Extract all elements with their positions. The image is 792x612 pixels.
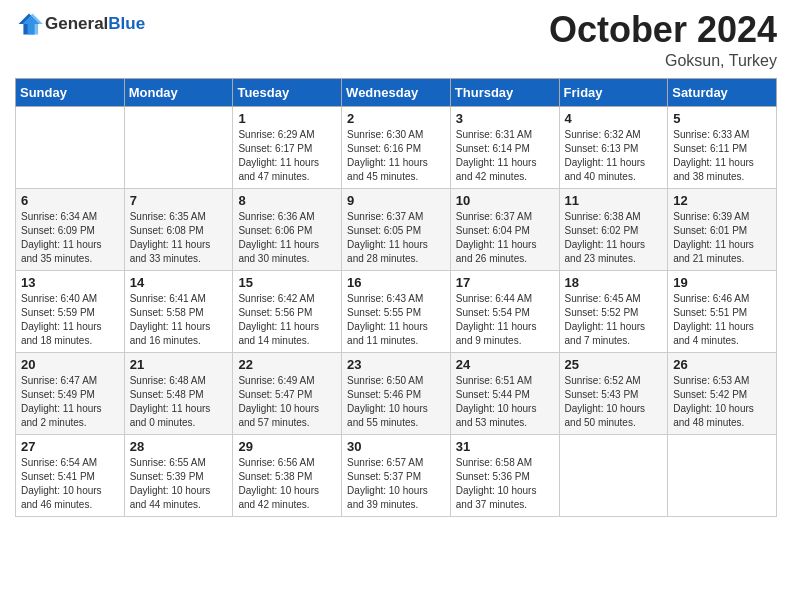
- day-number: 4: [565, 111, 663, 126]
- day-number: 18: [565, 275, 663, 290]
- calendar-cell: 21Sunrise: 6:48 AM Sunset: 5:48 PM Dayli…: [124, 352, 233, 434]
- calendar-cell: 26Sunrise: 6:53 AM Sunset: 5:42 PM Dayli…: [668, 352, 777, 434]
- day-info: Sunrise: 6:42 AM Sunset: 5:56 PM Dayligh…: [238, 292, 336, 348]
- calendar-week-5: 27Sunrise: 6:54 AM Sunset: 5:41 PM Dayli…: [16, 434, 777, 516]
- day-number: 2: [347, 111, 445, 126]
- day-number: 21: [130, 357, 228, 372]
- day-info: Sunrise: 6:31 AM Sunset: 6:14 PM Dayligh…: [456, 128, 554, 184]
- month-title: October 2024: [549, 10, 777, 50]
- day-number: 23: [347, 357, 445, 372]
- day-number: 28: [130, 439, 228, 454]
- day-number: 6: [21, 193, 119, 208]
- day-number: 30: [347, 439, 445, 454]
- day-number: 29: [238, 439, 336, 454]
- calendar-week-1: 1Sunrise: 6:29 AM Sunset: 6:17 PM Daylig…: [16, 106, 777, 188]
- day-info: Sunrise: 6:50 AM Sunset: 5:46 PM Dayligh…: [347, 374, 445, 430]
- calendar-cell: 3Sunrise: 6:31 AM Sunset: 6:14 PM Daylig…: [450, 106, 559, 188]
- calendar-cell: 30Sunrise: 6:57 AM Sunset: 5:37 PM Dayli…: [342, 434, 451, 516]
- col-saturday: Saturday: [668, 78, 777, 106]
- day-info: Sunrise: 6:39 AM Sunset: 6:01 PM Dayligh…: [673, 210, 771, 266]
- col-thursday: Thursday: [450, 78, 559, 106]
- calendar-cell: 16Sunrise: 6:43 AM Sunset: 5:55 PM Dayli…: [342, 270, 451, 352]
- logo-general: General: [45, 14, 108, 34]
- day-number: 8: [238, 193, 336, 208]
- calendar-cell: 5Sunrise: 6:33 AM Sunset: 6:11 PM Daylig…: [668, 106, 777, 188]
- day-info: Sunrise: 6:41 AM Sunset: 5:58 PM Dayligh…: [130, 292, 228, 348]
- day-info: Sunrise: 6:36 AM Sunset: 6:06 PM Dayligh…: [238, 210, 336, 266]
- calendar-week-4: 20Sunrise: 6:47 AM Sunset: 5:49 PM Dayli…: [16, 352, 777, 434]
- calendar-cell: 15Sunrise: 6:42 AM Sunset: 5:56 PM Dayli…: [233, 270, 342, 352]
- day-number: 22: [238, 357, 336, 372]
- day-info: Sunrise: 6:57 AM Sunset: 5:37 PM Dayligh…: [347, 456, 445, 512]
- calendar-cell: 8Sunrise: 6:36 AM Sunset: 6:06 PM Daylig…: [233, 188, 342, 270]
- day-info: Sunrise: 6:44 AM Sunset: 5:54 PM Dayligh…: [456, 292, 554, 348]
- day-info: Sunrise: 6:33 AM Sunset: 6:11 PM Dayligh…: [673, 128, 771, 184]
- calendar-cell: 22Sunrise: 6:49 AM Sunset: 5:47 PM Dayli…: [233, 352, 342, 434]
- calendar-cell: 17Sunrise: 6:44 AM Sunset: 5:54 PM Dayli…: [450, 270, 559, 352]
- col-wednesday: Wednesday: [342, 78, 451, 106]
- calendar-header: Sunday Monday Tuesday Wednesday Thursday…: [16, 78, 777, 106]
- calendar-cell: 11Sunrise: 6:38 AM Sunset: 6:02 PM Dayli…: [559, 188, 668, 270]
- header-row: Sunday Monday Tuesday Wednesday Thursday…: [16, 78, 777, 106]
- col-friday: Friday: [559, 78, 668, 106]
- day-info: Sunrise: 6:48 AM Sunset: 5:48 PM Dayligh…: [130, 374, 228, 430]
- calendar-cell: 27Sunrise: 6:54 AM Sunset: 5:41 PM Dayli…: [16, 434, 125, 516]
- day-info: Sunrise: 6:51 AM Sunset: 5:44 PM Dayligh…: [456, 374, 554, 430]
- calendar-cell: 10Sunrise: 6:37 AM Sunset: 6:04 PM Dayli…: [450, 188, 559, 270]
- day-number: 19: [673, 275, 771, 290]
- day-number: 20: [21, 357, 119, 372]
- calendar-week-3: 13Sunrise: 6:40 AM Sunset: 5:59 PM Dayli…: [16, 270, 777, 352]
- location-title: Goksun, Turkey: [549, 52, 777, 70]
- day-info: Sunrise: 6:40 AM Sunset: 5:59 PM Dayligh…: [21, 292, 119, 348]
- day-number: 12: [673, 193, 771, 208]
- header: GeneralBlue October 2024 Goksun, Turkey: [15, 10, 777, 70]
- day-number: 1: [238, 111, 336, 126]
- day-info: Sunrise: 6:52 AM Sunset: 5:43 PM Dayligh…: [565, 374, 663, 430]
- calendar-cell: 1Sunrise: 6:29 AM Sunset: 6:17 PM Daylig…: [233, 106, 342, 188]
- day-info: Sunrise: 6:35 AM Sunset: 6:08 PM Dayligh…: [130, 210, 228, 266]
- logo-icon: [15, 10, 43, 38]
- day-info: Sunrise: 6:55 AM Sunset: 5:39 PM Dayligh…: [130, 456, 228, 512]
- day-number: 26: [673, 357, 771, 372]
- day-number: 10: [456, 193, 554, 208]
- calendar-cell: 24Sunrise: 6:51 AM Sunset: 5:44 PM Dayli…: [450, 352, 559, 434]
- logo-area: GeneralBlue: [15, 10, 145, 38]
- day-number: 13: [21, 275, 119, 290]
- calendar-body: 1Sunrise: 6:29 AM Sunset: 6:17 PM Daylig…: [16, 106, 777, 516]
- day-number: 11: [565, 193, 663, 208]
- day-info: Sunrise: 6:47 AM Sunset: 5:49 PM Dayligh…: [21, 374, 119, 430]
- calendar-cell: 12Sunrise: 6:39 AM Sunset: 6:01 PM Dayli…: [668, 188, 777, 270]
- calendar-cell: 18Sunrise: 6:45 AM Sunset: 5:52 PM Dayli…: [559, 270, 668, 352]
- day-info: Sunrise: 6:46 AM Sunset: 5:51 PM Dayligh…: [673, 292, 771, 348]
- day-number: 27: [21, 439, 119, 454]
- calendar-cell: 13Sunrise: 6:40 AM Sunset: 5:59 PM Dayli…: [16, 270, 125, 352]
- col-tuesday: Tuesday: [233, 78, 342, 106]
- day-number: 17: [456, 275, 554, 290]
- calendar-cell: 20Sunrise: 6:47 AM Sunset: 5:49 PM Dayli…: [16, 352, 125, 434]
- day-number: 24: [456, 357, 554, 372]
- calendar-cell: 7Sunrise: 6:35 AM Sunset: 6:08 PM Daylig…: [124, 188, 233, 270]
- col-monday: Monday: [124, 78, 233, 106]
- day-info: Sunrise: 6:58 AM Sunset: 5:36 PM Dayligh…: [456, 456, 554, 512]
- logo: GeneralBlue: [15, 10, 145, 38]
- calendar-cell: 19Sunrise: 6:46 AM Sunset: 5:51 PM Dayli…: [668, 270, 777, 352]
- page: GeneralBlue October 2024 Goksun, Turkey …: [0, 0, 792, 612]
- calendar-cell: [559, 434, 668, 516]
- calendar-cell: 9Sunrise: 6:37 AM Sunset: 6:05 PM Daylig…: [342, 188, 451, 270]
- day-info: Sunrise: 6:43 AM Sunset: 5:55 PM Dayligh…: [347, 292, 445, 348]
- day-number: 5: [673, 111, 771, 126]
- day-number: 3: [456, 111, 554, 126]
- day-info: Sunrise: 6:45 AM Sunset: 5:52 PM Dayligh…: [565, 292, 663, 348]
- day-number: 25: [565, 357, 663, 372]
- day-number: 7: [130, 193, 228, 208]
- calendar-cell: 14Sunrise: 6:41 AM Sunset: 5:58 PM Dayli…: [124, 270, 233, 352]
- day-info: Sunrise: 6:56 AM Sunset: 5:38 PM Dayligh…: [238, 456, 336, 512]
- day-info: Sunrise: 6:53 AM Sunset: 5:42 PM Dayligh…: [673, 374, 771, 430]
- calendar-cell: 31Sunrise: 6:58 AM Sunset: 5:36 PM Dayli…: [450, 434, 559, 516]
- day-number: 14: [130, 275, 228, 290]
- day-info: Sunrise: 6:38 AM Sunset: 6:02 PM Dayligh…: [565, 210, 663, 266]
- day-info: Sunrise: 6:34 AM Sunset: 6:09 PM Dayligh…: [21, 210, 119, 266]
- calendar-cell: [16, 106, 125, 188]
- day-number: 31: [456, 439, 554, 454]
- day-number: 16: [347, 275, 445, 290]
